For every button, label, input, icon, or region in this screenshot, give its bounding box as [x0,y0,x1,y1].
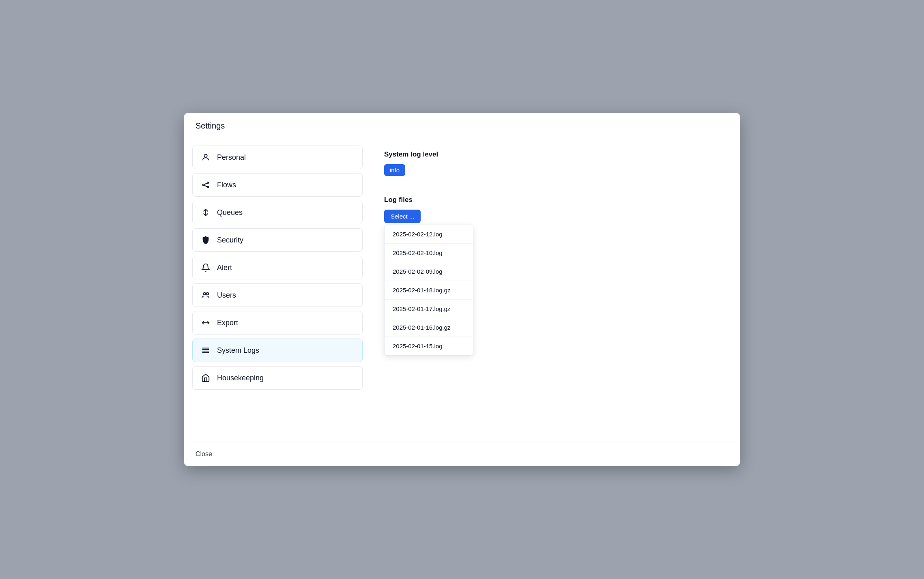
sidebar-item-housekeeping[interactable]: Housekeeping [192,366,363,390]
sidebar-item-personal-label: Personal [217,153,246,162]
svg-point-7 [204,293,206,295]
log-files-dropdown: 2025-02-02-12.log 2025-02-02-10.log 2025… [384,225,473,356]
log-files-title: Log files [384,196,727,204]
select-log-file-button[interactable]: Select ... [384,210,421,223]
sidebar-item-flows[interactable]: Flows [192,173,363,197]
export-icon [201,318,211,328]
modal-footer: Close [184,442,740,466]
settings-modal: Settings Personal [184,113,740,466]
sidebar-item-queues-label: Queues [217,208,243,217]
log-files-section: Log files Select ... 2025-02-02-12.log 2… [384,196,727,356]
svg-point-8 [206,293,208,295]
security-icon [201,235,211,245]
sidebar-item-users[interactable]: Users [192,283,363,307]
content-area: System log level info Log files Select .… [371,139,740,442]
log-file-item-6[interactable]: 2025-02-01-15.log [385,337,473,355]
system-logs-icon [201,345,211,355]
close-button[interactable]: Close [196,449,212,459]
sidebar-item-export-label: Export [217,319,238,327]
log-file-item-2[interactable]: 2025-02-02-09.log [385,262,473,281]
sidebar-item-system-logs[interactable]: System Logs [192,339,363,362]
modal-title: Settings [196,121,728,131]
section-divider [384,186,727,186]
system-log-level-section: System log level info [384,150,727,176]
log-file-item-5[interactable]: 2025-02-01-16.log.gz [385,318,473,337]
sidebar: Personal Flows [184,139,371,442]
sidebar-item-alert-label: Alert [217,264,232,272]
svg-line-4 [204,183,207,184]
svg-point-3 [207,187,209,188]
alert-icon [201,263,211,272]
sidebar-item-queues[interactable]: Queues [192,201,363,224]
log-file-item-4[interactable]: 2025-02-01-17.log.gz [385,300,473,318]
sidebar-item-system-logs-label: System Logs [217,346,259,355]
sidebar-item-flows-label: Flows [217,181,236,189]
modal-body: Personal Flows [184,139,740,442]
sidebar-item-personal[interactable]: Personal [192,146,363,169]
person-icon [201,152,211,162]
svg-point-1 [203,184,204,186]
sidebar-item-housekeeping-label: Housekeeping [217,374,264,382]
svg-point-0 [204,154,207,157]
modal-header: Settings [184,113,740,139]
svg-line-5 [204,185,207,187]
sidebar-item-security-label: Security [217,236,243,244]
sidebar-item-users-label: Users [217,291,236,300]
sidebar-item-alert[interactable]: Alert [192,256,363,279]
log-file-item-3[interactable]: 2025-02-01-18.log.gz [385,281,473,300]
users-icon [201,290,211,300]
svg-point-2 [207,182,209,184]
log-file-item-1[interactable]: 2025-02-02-10.log [385,244,473,262]
sidebar-item-security[interactable]: Security [192,228,363,252]
log-level-badge: info [384,164,405,176]
system-log-level-title: System log level [384,150,727,159]
sidebar-item-export[interactable]: Export [192,311,363,335]
flows-icon [201,180,211,190]
housekeeping-icon [201,373,211,383]
queues-icon [201,208,211,217]
log-file-item-0[interactable]: 2025-02-02-12.log [385,225,473,244]
